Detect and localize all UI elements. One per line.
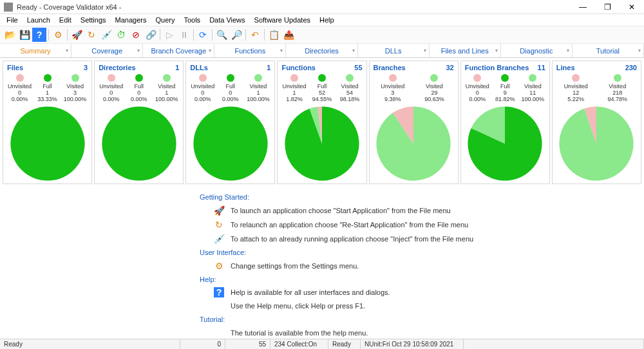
menu-settings[interactable]: Settings	[77, 15, 110, 24]
window-title: Ready - Coverage Validator x64 -	[17, 3, 574, 11]
panel-total: 1	[175, 64, 179, 71]
tab-summary[interactable]: Summary▾	[0, 44, 71, 57]
export-button[interactable]: 📤	[281, 28, 296, 42]
launch-button[interactable]: 🚀	[70, 28, 84, 42]
panel-title: Lines	[556, 64, 575, 71]
stat-full: Full00.00%	[125, 74, 153, 102]
menu-file[interactable]: File	[3, 15, 22, 24]
dot-icon	[529, 74, 536, 82]
panel-title: Directories	[99, 64, 135, 71]
stat-visited: Visited3100.00%	[61, 74, 89, 102]
pie-chart	[100, 105, 178, 182]
gs-line3: To attach to an already running applicat…	[231, 235, 473, 243]
panel-title: Files	[7, 64, 23, 71]
menu-query[interactable]: Query	[151, 15, 178, 24]
getting-started-heading: Getting Started:	[200, 193, 639, 201]
tab-dropdown-icon[interactable]: ▾	[137, 48, 140, 53]
menu-tools[interactable]: Tools	[180, 15, 204, 24]
status-n2: 55	[225, 339, 270, 349]
relaunch-button[interactable]: ↻	[84, 28, 99, 42]
panel-total: 3	[84, 64, 88, 71]
settings-button[interactable]: ⚙	[51, 28, 65, 42]
panel-total: 11	[538, 64, 545, 71]
panel-title: Branches	[374, 64, 406, 71]
dot-icon	[572, 74, 580, 82]
menu-data-views[interactable]: Data Views	[205, 15, 249, 24]
dot-icon	[108, 74, 115, 82]
menu-help[interactable]: Help	[316, 15, 338, 24]
tab-tutorial[interactable]: Tutorial▾	[573, 44, 644, 57]
reset-button[interactable]: ↶	[248, 28, 262, 42]
link-button[interactable]: 🔗	[144, 28, 158, 42]
tab-dropdown-icon[interactable]: ▾	[638, 48, 641, 53]
close-button[interactable]: ✕	[623, 3, 640, 12]
panel-title: Functions	[281, 64, 316, 71]
content-area: Getting Started: 🚀To launch an applicati…	[0, 184, 644, 339]
stat-unvisited: Unvisited00.00%	[97, 74, 125, 102]
tut-line1: The tutorial is available from the help …	[231, 329, 368, 337]
tab-dropdown-icon[interactable]: ▾	[495, 48, 498, 53]
panel-function-branches: Function Branches11Unvisited00.00%Full98…	[460, 61, 550, 184]
pie-chart	[466, 105, 544, 182]
tab-dropdown-icon[interactable]: ▾	[567, 48, 569, 53]
relaunch-icon: ↻	[214, 219, 224, 231]
zoom-in-button[interactable]: 🔍	[214, 28, 229, 42]
pie-chart	[283, 105, 361, 182]
tab-dlls[interactable]: DLLs▾	[358, 44, 430, 57]
panel-title: Function Branches	[465, 64, 529, 71]
pie-chart	[9, 105, 86, 182]
refresh-button[interactable]: ⟳	[196, 28, 210, 42]
tab-branch-coverage[interactable]: Branch Coverage▾	[143, 44, 214, 57]
menu-launch[interactable]: Launch	[23, 15, 54, 24]
stat-full: Full5294.55%	[308, 74, 336, 102]
panel-directories: Directories1Unvisited00.00%Full00.00%Vis…	[94, 61, 184, 184]
stat-visited: Visited5498.18%	[336, 74, 364, 102]
stat-visited: Visited1100.00%	[244, 74, 272, 102]
status-stamp: NUnit:Fri Oct 29 10:58:09 2021	[361, 339, 464, 349]
save-button[interactable]: 💾	[17, 28, 32, 42]
menu-edit[interactable]: Edit	[55, 15, 75, 24]
pause-button[interactable]: ⏸	[177, 28, 191, 42]
stop-button[interactable]: ⊘	[129, 28, 143, 42]
wait-button[interactable]: ⏱	[114, 28, 128, 42]
tab-coverage[interactable]: Coverage▾	[71, 44, 143, 57]
tab-directories[interactable]: Directories▾	[286, 44, 357, 57]
tab-dropdown-icon[interactable]: ▾	[209, 48, 211, 53]
tab-functions[interactable]: Functions▾	[214, 44, 286, 57]
status-ready2: Ready	[328, 339, 361, 349]
report-button[interactable]: 📋	[267, 28, 281, 42]
tab-dropdown-icon[interactable]: ▾	[280, 48, 283, 53]
svg-point-1	[102, 106, 176, 180]
dot-icon	[430, 74, 438, 82]
menu-managers[interactable]: Managers	[111, 15, 151, 24]
panel-branches: Branches32Unvisited39.38%Visited2990.63%	[369, 61, 459, 184]
tab-files-and-lines[interactable]: Files and Lines▾	[430, 44, 501, 57]
dot-icon	[501, 74, 509, 82]
dot-icon	[44, 74, 52, 82]
help-button[interactable]: ?	[32, 28, 46, 42]
tab-dropdown-icon[interactable]: ▾	[352, 48, 355, 53]
menu-software-updates[interactable]: Software Updates	[251, 15, 314, 24]
zoom-out-button[interactable]: 🔎	[229, 28, 243, 42]
stat-visited: Visited2990.63%	[413, 74, 455, 102]
tutorial-heading: Tutorial:	[200, 316, 639, 323]
inject-icon: 💉	[214, 233, 224, 245]
tab-diagnostic[interactable]: Diagnostic▾	[501, 44, 573, 57]
stat-visited: Visited1100.00%	[153, 74, 180, 102]
play-button[interactable]: ▷	[162, 28, 176, 42]
minimize-button[interactable]: —	[574, 3, 591, 12]
maximize-button[interactable]: ❐	[599, 3, 616, 12]
stat-visited: Visited11100.00%	[519, 74, 547, 102]
tab-dropdown-icon[interactable]: ▾	[424, 48, 426, 53]
help-line1: Help is available for all user interface…	[231, 288, 390, 296]
help-line2: Use the Help menu, click Help or press F…	[231, 302, 365, 310]
stat-unvisited: Unvisited00.00%	[189, 74, 216, 102]
inject-button[interactable]: 💉	[99, 28, 113, 42]
open-button[interactable]: 📂	[3, 28, 17, 42]
tab-dropdown-icon[interactable]: ▾	[66, 48, 68, 53]
dot-icon	[389, 74, 397, 82]
titlebar: Ready - Coverage Validator x64 - — ❐ ✕	[0, 0, 644, 14]
panel-total: 32	[446, 64, 453, 71]
statusbar: Ready 0 55 234 Collect:On Ready NUnit:Fr…	[0, 339, 644, 349]
stat-unvisited: Unvisited11.82%	[280, 74, 308, 102]
